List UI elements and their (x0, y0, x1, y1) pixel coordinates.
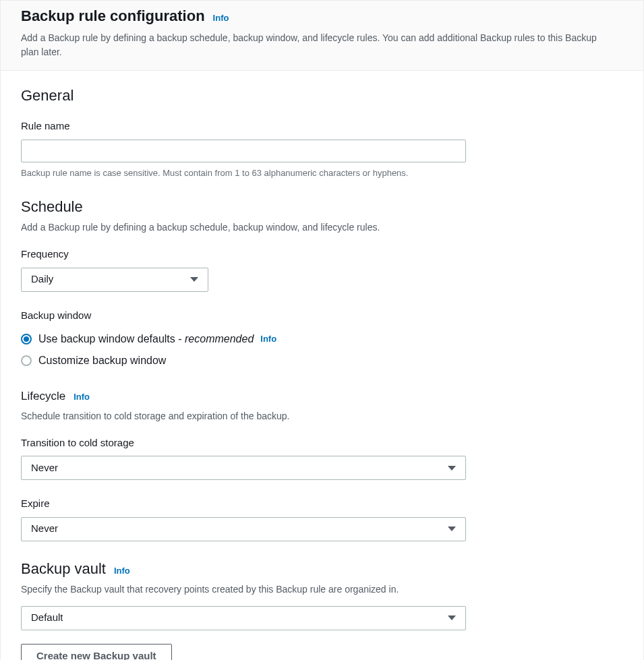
panel-description: Add a Backup rule by defining a backup s… (21, 31, 614, 59)
backup-window-info-link[interactable]: Info (260, 332, 276, 346)
lifecycle-description: Schedule transition to cold storage and … (21, 409, 623, 423)
lifecycle-info-link[interactable]: Info (74, 390, 90, 404)
cold-storage-label: Transition to cold storage (21, 436, 623, 451)
expire-select[interactable]: Never (21, 517, 466, 541)
schedule-description: Add a Backup rule by defining a backup s… (21, 220, 623, 235)
expire-label: Expire (21, 496, 623, 512)
backup-window-field: Backup window Use backup window defaults… (21, 308, 623, 372)
caret-down-icon (448, 616, 456, 620)
expire-value: Never (31, 521, 58, 537)
vault-description: Specify the Backup vault that recovery p… (21, 582, 623, 597)
rule-name-field: Rule name Backup rule name is case sensi… (21, 119, 623, 179)
frequency-field: Frequency Daily (21, 247, 623, 292)
radio-defaults-recommended: recommended (185, 333, 254, 344)
backup-window-radio-group: Use backup window defaults - recommended… (21, 328, 623, 371)
panel-info-link[interactable]: Info (213, 11, 229, 25)
rule-name-input[interactable] (21, 140, 466, 162)
vault-select[interactable]: Default (21, 606, 466, 630)
cold-storage-select[interactable]: Never (21, 456, 466, 480)
panel-title: Backup rule configuration (21, 5, 205, 27)
radio-use-defaults[interactable]: Use backup window defaults - recommended… (21, 328, 623, 350)
cold-storage-field: Transition to cold storage Never (21, 436, 623, 481)
cold-storage-value: Never (31, 460, 58, 476)
panel-header: Backup rule configuration Info Add a Bac… (1, 1, 643, 71)
frequency-label: Frequency (21, 247, 623, 262)
vault-value: Default (31, 610, 63, 626)
vault-section-title: Backup vault (21, 558, 106, 580)
radio-defaults-label: Use backup window defaults (38, 333, 175, 344)
create-vault-button[interactable]: Create new Backup vault (21, 644, 172, 661)
frequency-select[interactable]: Daily (21, 268, 208, 292)
radio-defaults-sep: - (178, 333, 185, 344)
schedule-section-title: Schedule (21, 196, 623, 218)
lifecycle-title: Lifecycle (21, 388, 65, 405)
backup-window-label: Backup window (21, 308, 623, 324)
radio-icon (21, 334, 32, 344)
expire-field: Expire Never (21, 496, 623, 541)
caret-down-icon (448, 527, 456, 531)
radio-customize-label: Customize backup window (38, 353, 166, 369)
backup-rule-config-panel: Backup rule configuration Info Add a Bac… (0, 0, 644, 660)
frequency-value: Daily (31, 272, 53, 287)
rule-name-label: Rule name (21, 119, 623, 134)
general-section-title: General (21, 84, 623, 107)
caret-down-icon (448, 466, 456, 471)
vault-select-field: Default (21, 606, 623, 630)
radio-customize[interactable]: Customize backup window (21, 350, 623, 371)
panel-body: General Rule name Backup rule name is ca… (1, 71, 643, 660)
vault-info-link[interactable]: Info (114, 564, 130, 578)
caret-down-icon (190, 277, 198, 282)
rule-name-hint: Backup rule name is case sensitive. Must… (21, 167, 623, 180)
radio-icon (21, 355, 32, 366)
